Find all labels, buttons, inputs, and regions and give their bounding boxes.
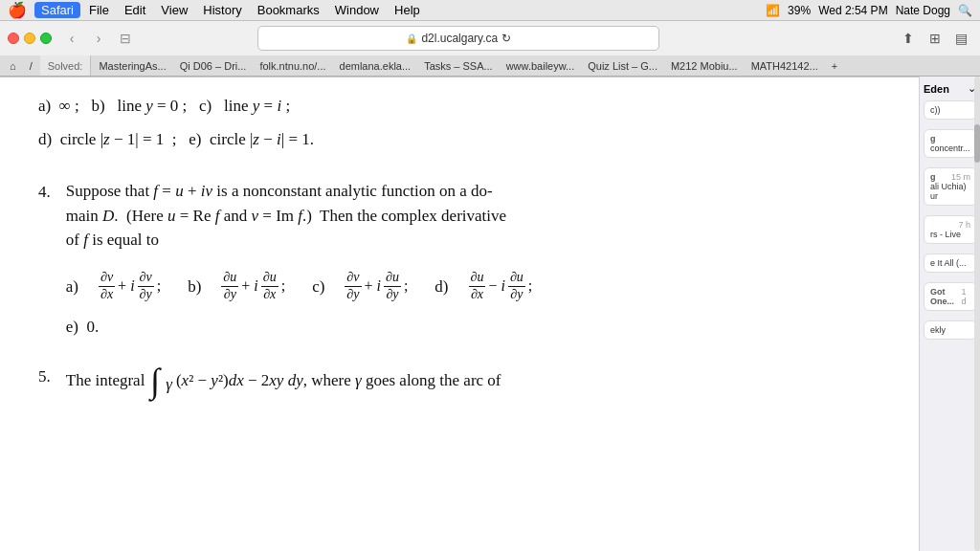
- answer-de-text: d) circle |z − 1| = 1 ; e) circle |z − i…: [38, 126, 314, 152]
- notif-2: 7 h rs - Live: [924, 215, 977, 244]
- address-bar[interactable]: 🔒 d2l.ucalgary.ca ↻: [257, 26, 659, 51]
- lock-icon: 🔒: [406, 33, 417, 44]
- notif-3-text: e It All (...: [930, 258, 970, 268]
- bookmark-tasks[interactable]: Tasks – SSA...: [418, 55, 499, 76]
- notif-c-text: c)): [930, 105, 970, 115]
- close-button[interactable]: [8, 33, 19, 44]
- bookmark-label: Solved:: [48, 60, 83, 72]
- frac-du-dy2: ∂u ∂y: [384, 270, 401, 303]
- main-layout: a) ∞ ; b) line y = 0 ; c) line y = i ; d…: [0, 77, 980, 551]
- problem5-statement: The integral ∫ γ (x² − y²)dx − 2xy dy, w…: [66, 364, 501, 398]
- url-text: d2l.ucalgary.ca: [421, 32, 498, 45]
- bookmark-solved[interactable]: Solved:: [40, 55, 92, 76]
- refresh-icon[interactable]: ↻: [501, 32, 511, 45]
- problem5-content: The integral ∫ γ (x² − y²)dx − 2xy dy, w…: [66, 364, 501, 398]
- share-button[interactable]: ⬆: [898, 28, 919, 49]
- browser-chrome: ‹ › ⊟ 🔒 d2l.ucalgary.ca ↻ ⬆ ⊞ ▤ ⌂ / Solv…: [0, 21, 980, 77]
- main-content: a) ∞ ; b) line y = 0 ; c) line y = i ; d…: [0, 77, 980, 551]
- answer-line-abc: a) ∞ ; b) line y = 0 ; c) line y = i ;: [38, 93, 942, 119]
- bookmark-baileyw[interactable]: www.baileyw...: [501, 55, 581, 76]
- forward-button[interactable]: ›: [88, 28, 109, 49]
- back-button[interactable]: ‹: [61, 28, 82, 49]
- bookmark-m212[interactable]: M212 Mobiu...: [665, 55, 744, 76]
- apple-menu[interactable]: 🍎: [8, 1, 27, 19]
- bookmark-quiz[interactable]: Quiz List – G...: [582, 55, 663, 76]
- notif-2-text: rs - Live: [930, 230, 970, 239]
- menu-history[interactable]: History: [196, 2, 248, 18]
- bookmark-mastering[interactable]: MasteringAs...: [93, 55, 171, 76]
- notif-3: e It All (...: [924, 253, 977, 273]
- menu-bookmarks[interactable]: Bookmarks: [251, 2, 326, 18]
- option-a-label: a): [66, 274, 78, 299]
- notif-5-text: ekly: [930, 325, 970, 335]
- integral-integrand: (x² − y²)dx − 2xy dy, where γ goes along…: [176, 368, 501, 393]
- menu-safari[interactable]: Safari: [34, 2, 80, 18]
- option-d-label: d): [434, 274, 448, 299]
- option-c-label: c): [312, 274, 324, 299]
- option-d-expr: ∂u ∂x − i ∂u ∂y ;: [468, 270, 533, 303]
- frac-num3: ∂u: [221, 270, 238, 287]
- bookmark-demlana[interactable]: demlana.ekla...: [334, 55, 417, 76]
- frac-num6: ∂u: [384, 270, 401, 287]
- frac-num2: ∂v: [138, 270, 154, 287]
- sidebar-title: Eden: [924, 83, 949, 95]
- menu-window[interactable]: Window: [328, 2, 386, 18]
- semicolon-b: ;: [281, 274, 293, 298]
- bookmark-qi[interactable]: Qi D06 – Dri...: [174, 55, 253, 76]
- menu-bar: 🍎 Safari File Edit View History Bookmark…: [0, 0, 980, 21]
- menu-file[interactable]: File: [82, 2, 116, 18]
- notif-1: g 15 m ali Uchia) ur: [924, 167, 977, 206]
- minimize-button[interactable]: [24, 33, 35, 44]
- problem4-number: 4.: [38, 179, 51, 205]
- integral-lower-bound: γ: [166, 372, 172, 397]
- answer-abc-text: a) ∞ ; b) line y = 0 ; c) line y = i ;: [38, 93, 290, 119]
- frac-dv-dy2: ∂v ∂y: [345, 270, 361, 303]
- scrollbar-thumb[interactable]: [974, 124, 980, 163]
- bookmarks-bar: ⌂ / Solved: MasteringAs... Qi D06 – Dri.…: [0, 55, 980, 77]
- frac-den3: ∂y: [222, 287, 238, 303]
- frac-den2: ∂y: [138, 287, 154, 303]
- frac-den8: ∂y: [508, 287, 524, 303]
- frac-du-dx2: ∂u ∂x: [469, 270, 486, 303]
- problem4-statement: Suppose that f = u + iv is a nonconstant…: [66, 179, 533, 253]
- notif-2-time: 7 h: [958, 220, 970, 230]
- sidebar-button[interactable]: ▤: [951, 28, 972, 49]
- new-tab-button[interactable]: ⊞: [924, 28, 946, 49]
- semicolon-d: ;: [528, 274, 532, 298]
- problem5: 5. The integral ∫ γ (x² − y²)dx − 2xy dy…: [38, 364, 942, 398]
- frac-den5: ∂y: [345, 287, 361, 303]
- user-name: Nate Dogg: [896, 4, 950, 17]
- semicolon-c: ;: [404, 274, 415, 298]
- maximize-button[interactable]: [40, 33, 52, 44]
- window-controls: [8, 33, 52, 44]
- frac-du-dy3: ∂u ∂y: [508, 270, 525, 303]
- option-a-expr: ∂v ∂x + i ∂v ∂y ;: [98, 270, 168, 303]
- problem5-number: 5.: [38, 364, 51, 389]
- search-icon[interactable]: 🔍: [958, 4, 972, 17]
- frac-num4: ∂u: [261, 270, 278, 287]
- menu-help[interactable]: Help: [388, 2, 427, 18]
- integral-sign: ∫: [150, 364, 160, 398]
- menu-edit[interactable]: Edit: [118, 2, 152, 18]
- notif-1-time: 15 m: [951, 172, 970, 182]
- problem5-text-before: The integral: [66, 368, 145, 393]
- problem3-answers: a) ∞ ; b) line y = 0 ; c) line y = i ; d…: [38, 93, 942, 152]
- bookmark-math[interactable]: MATH42142...: [746, 55, 824, 76]
- frac-num: ∂v: [99, 270, 115, 287]
- bookmark-add[interactable]: +: [826, 55, 843, 76]
- problem4-options-row1: a) ∂v ∂x + i ∂v ∂y ;: [66, 270, 533, 303]
- plus-i-c: + i: [365, 274, 381, 298]
- scrollbar-track[interactable]: [974, 77, 980, 551]
- home-icon[interactable]: ⌂: [4, 55, 22, 76]
- notif-c: c)): [924, 100, 977, 120]
- option-c-expr: ∂v ∂y + i ∂u ∂y ;: [344, 270, 415, 303]
- math-content: a) ∞ ; b) line y = 0 ; c) line y = i ; d…: [38, 93, 942, 398]
- menu-view[interactable]: View: [154, 2, 194, 18]
- frac-dv-dy: ∂v ∂y: [138, 270, 154, 303]
- sidebar-toggle[interactable]: ⊟: [115, 28, 136, 49]
- notif-4: Got One... 1 d: [924, 282, 977, 311]
- bookmark-folk[interactable]: folk.ntnu.no/...: [254, 55, 331, 76]
- notif-g-app: g: [930, 134, 970, 143]
- notif-g-text: concentr...: [930, 143, 970, 153]
- frac-du-dy: ∂u ∂y: [221, 270, 238, 303]
